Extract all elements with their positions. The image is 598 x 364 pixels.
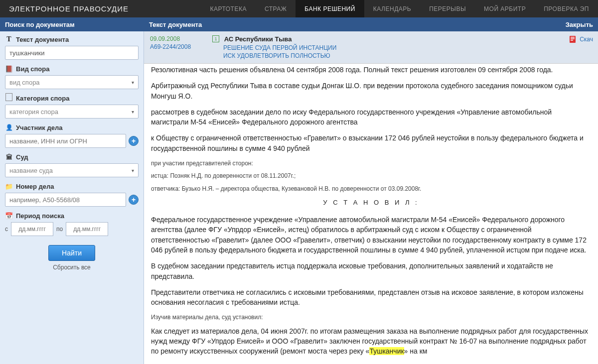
svg-rect-1 — [571, 37, 575, 38]
search-panel-title: Поиск по документам — [0, 21, 144, 28]
doc-court-name: АС Республики Тыва — [224, 35, 292, 43]
search-highlight: Тушканчик — [369, 347, 404, 355]
nav-my-arbiter[interactable]: МОЙ АРБИТР — [475, 0, 535, 17]
folder-icon — [5, 182, 13, 190]
filter-text-input[interactable] — [5, 46, 139, 60]
filter-dispute-label: Вид спора — [16, 65, 49, 73]
filter-category-select[interactable]: категория спора — [5, 105, 139, 119]
doc-paragraph: к Обществу с ограниченной ответственност… — [151, 133, 591, 153]
nav-esign-check[interactable]: ПРОВЕРКА ЭП — [535, 0, 598, 17]
doc-section-heading: У С Т А Н О В И Л : — [151, 198, 591, 208]
filter-text-label: Текст документа — [16, 36, 69, 43]
doc-paragraph: Резолютивная часть решения объявлена 04 … — [151, 65, 591, 75]
period-from-input[interactable] — [11, 222, 53, 236]
doc-paragraph: В судебном заседании представитель истца… — [151, 261, 591, 281]
doc-paragraph: Федеральное государственное учреждение «… — [151, 215, 591, 255]
document-body[interactable]: Резолютивная часть решения объявлена 04 … — [144, 64, 598, 364]
svg-rect-2 — [571, 38, 575, 39]
document-panel: 09.09.2008 А69-2244/2008 1 АС Республики… — [144, 31, 598, 364]
filter-party-input[interactable] — [5, 134, 126, 148]
doc-result-link[interactable]: ИСК УДОВЛЕТВОРИТЬ ПОЛНОСТЬЮ — [223, 52, 592, 59]
nav-strazh[interactable]: СТРАЖ — [256, 0, 296, 17]
doc-paragraph: Как следует из материалов дела, 04 июня … — [151, 326, 591, 357]
text-icon: T — [5, 35, 13, 43]
app-logo: ЭЛЕКТРОННОЕ ПРАВОСУДИЕ — [0, 4, 138, 13]
person-icon — [5, 123, 13, 131]
close-document-button[interactable]: Закрыть — [566, 21, 598, 28]
court-icon — [5, 153, 13, 161]
filter-period-label: Период поиска — [16, 212, 64, 220]
instance-badge: 1 — [212, 35, 219, 42]
top-nav: КАРТОТЕКА СТРАЖ БАНК РЕШЕНИЙ КАЛЕНДАРЬ П… — [201, 0, 598, 17]
svg-rect-3 — [571, 40, 573, 41]
document-panel-title: Текст документа — [144, 21, 566, 28]
filter-court-label: Суд — [16, 153, 28, 161]
download-link[interactable]: Скач — [580, 36, 593, 43]
doc-paragraph: Представители ответчика не согласились с… — [151, 287, 591, 308]
filter-case-input[interactable] — [5, 193, 126, 207]
doc-type-link[interactable]: РЕШЕНИЕ СУДА ПЕРВОЙ ИНСТАНЦИИ — [223, 44, 592, 51]
nav-perereviy[interactable]: ПЕРЕРЫВЫ — [420, 0, 475, 17]
add-party-button[interactable]: + — [129, 136, 139, 146]
doc-paragraph: Арбитражный суд Республики Тыва в состав… — [151, 81, 591, 101]
pdf-icon — [569, 35, 577, 43]
search-sidebar: TТекст документа Вид спора вид спора Кат… — [0, 31, 144, 364]
doc-small-line: истца: Позняк Н.Д. по доверенности от 08… — [151, 172, 591, 180]
nav-calendar[interactable]: КАЛЕНДАРЬ — [364, 0, 420, 17]
filter-category-label: Категория спора — [16, 95, 69, 102]
calendar-icon — [5, 212, 13, 220]
doc-small-line: при участии представителей сторон: — [151, 159, 591, 168]
doc-paragraph: рассмотрев в судебном заседании дело по … — [151, 107, 591, 127]
document-header: 09.09.2008 А69-2244/2008 1 АС Республики… — [144, 31, 598, 64]
filter-court-select[interactable]: название суда — [5, 163, 139, 177]
period-to-input[interactable] — [66, 222, 108, 236]
doc-case-number[interactable]: А69-2244/2008 — [150, 43, 197, 50]
book-icon — [5, 65, 13, 73]
filter-party-label: Участник дела — [16, 124, 62, 131]
period-to-label: по — [56, 226, 63, 233]
filter-dispute-select[interactable]: вид спора — [5, 75, 139, 89]
period-from-label: с — [5, 226, 8, 233]
doc-small-line: ответчика: Бузько Н.Я. – директора общес… — [151, 185, 591, 193]
search-button[interactable]: Найти — [48, 245, 95, 261]
category-icon — [5, 94, 13, 102]
add-case-button[interactable]: + — [129, 195, 139, 205]
reset-link[interactable]: Сбросить все — [5, 264, 139, 271]
filter-case-label: Номер дела — [16, 183, 54, 190]
nav-kartoteka[interactable]: КАРТОТЕКА — [201, 0, 256, 17]
doc-small-line: Изучив материалы дела, суд установил: — [151, 313, 591, 322]
nav-bank-resheniy[interactable]: БАНК РЕШЕНИЙ — [296, 0, 364, 17]
doc-date: 09.09.2008 — [150, 35, 197, 42]
